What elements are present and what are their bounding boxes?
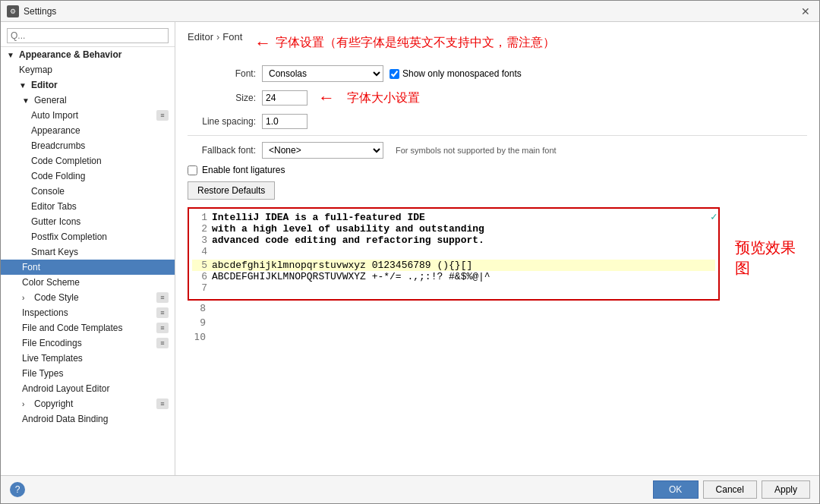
divider-1: [188, 135, 807, 136]
size-row: Size: ← 字体大小设置: [188, 88, 807, 108]
line-number: 3: [192, 235, 207, 246]
sidebar-item-font[interactable]: Font: [1, 260, 175, 275]
fallback-font-select[interactable]: <None>: [262, 142, 383, 159]
line-spacing-label: Line spacing:: [188, 116, 256, 127]
sidebar-item-label: Code Style: [34, 292, 79, 303]
preview-annotation-text: 预览效果图: [735, 238, 807, 279]
search-bar: [1, 25, 175, 47]
sidebar-item-inspections[interactable]: Inspections ≡: [1, 305, 175, 320]
expand-icon: ›: [22, 294, 31, 302]
size-annotation-text: 字体大小设置: [347, 90, 420, 106]
preview-line-2: 2 with a high level of usability and out…: [192, 223, 715, 235]
sidebar-item-file-encodings[interactable]: File Encodings ≡: [1, 335, 175, 351]
preview-box: ✓ 1 IntelliJ IDEA is a full-featured IDE…: [188, 207, 720, 301]
apply-button[interactable]: Apply: [762, 480, 810, 499]
extra-line-num-9: 9: [191, 317, 206, 328]
restore-defaults-button[interactable]: Restore Defaults: [188, 181, 275, 200]
sidebar-item-label: Smart Keys: [31, 247, 78, 257]
sidebar-item-label: Auto Import: [31, 110, 78, 121]
line-content: abcdefghijklmnopqrstuvwxyz 0123456789 ()…: [212, 260, 472, 271]
show-mono-checkbox[interactable]: [390, 69, 399, 79]
expand-icon: ▼: [22, 96, 31, 105]
breadcrumb-part2: Font: [222, 31, 242, 43]
sidebar-item-label: Editor: [31, 80, 58, 90]
preview-line-1: 1 IntelliJ IDEA is a full-featured IDE: [192, 212, 715, 223]
sidebar-item-smart-keys[interactable]: Smart Keys: [1, 244, 175, 260]
show-mono-checkbox-row: Show only monospaced fonts: [390, 68, 522, 79]
sidebar-item-general[interactable]: ▼ General: [1, 93, 175, 108]
show-mono-label: Show only monospaced fonts: [402, 68, 522, 79]
fallback-font-row: Fallback font: <None> For symbols not su…: [188, 142, 807, 159]
ok-button[interactable]: OK: [653, 480, 699, 499]
sidebar-item-android-data-binding[interactable]: Android Data Binding: [1, 411, 175, 427]
sidebar-item-label: Android Data Binding: [22, 414, 108, 424]
sidebar-item-label: Appearance & Behavior: [19, 49, 121, 60]
bottom-bar: ? OK Cancel Apply: [1, 475, 819, 503]
badge-icon: ≡: [156, 338, 169, 348]
sidebar-item-color-scheme[interactable]: Color Scheme: [1, 275, 175, 290]
sidebar-item-editor[interactable]: ▼ Editor: [1, 77, 175, 93]
sidebar-item-postfix-completion[interactable]: Postfix Completion: [1, 229, 175, 244]
font-select[interactable]: Consolas: [262, 65, 383, 82]
sidebar-item-breadcrumbs[interactable]: Breadcrumbs: [1, 138, 175, 153]
sidebar-item-label: Color Scheme: [22, 277, 80, 288]
preview-line-7: 7: [192, 282, 715, 296]
sidebar-item-label: Copyright: [34, 398, 73, 409]
search-input[interactable]: [7, 28, 169, 43]
sidebar-item-label: Inspections: [22, 307, 68, 318]
preview-line-4: 4: [192, 246, 715, 260]
line-number: 6: [192, 271, 207, 282]
help-button[interactable]: ?: [10, 482, 25, 497]
badge-icon: ≡: [156, 323, 169, 333]
sidebar-item-label: Console: [31, 186, 65, 197]
fallback-note: For symbols not supported by the main fo…: [396, 146, 557, 155]
preview-annotation: 预览效果图: [735, 207, 807, 279]
titlebar-left: ⚙ Settings: [7, 5, 56, 17]
font-row: Font: Consolas Show only monospaced font…: [188, 65, 807, 82]
sidebar-item-code-folding[interactable]: Code Folding: [1, 169, 175, 184]
close-button[interactable]: ✕: [798, 5, 813, 17]
breadcrumb-arrow: ›: [216, 31, 219, 43]
font-annotation-text: 字体设置（有些字体是纯英文不支持中文，需注意）: [276, 35, 555, 51]
sidebar-item-code-completion[interactable]: Code Completion: [1, 153, 175, 169]
sidebar-item-label: Android Layout Editor: [22, 383, 109, 394]
size-input[interactable]: [262, 90, 308, 106]
sidebar-item-console[interactable]: Console: [1, 184, 175, 199]
size-label: Size:: [188, 93, 256, 103]
sidebar-item-auto-import[interactable]: Auto Import ≡: [1, 108, 175, 123]
line-number: 5: [192, 260, 207, 271]
enable-ligatures-checkbox[interactable]: [188, 165, 197, 175]
sidebar-item-keymap[interactable]: Keymap: [1, 62, 175, 77]
sidebar-item-live-templates[interactable]: Live Templates: [1, 351, 175, 366]
badge-icon: ≡: [156, 307, 169, 318]
sidebar-item-label: File Encodings: [22, 338, 82, 348]
line-content: IntelliJ IDEA is a full-featured IDE: [212, 212, 425, 223]
extra-line-num-8: 8: [191, 302, 206, 313]
line-content: ABCDEFGHIJKLMNOPQRSTUVWXYZ +-*/= .,;:!? …: [212, 271, 490, 282]
badge-icon: ≡: [156, 110, 169, 121]
sidebar-item-label: File and Code Templates: [22, 323, 123, 333]
sidebar-item-file-types[interactable]: File Types: [1, 366, 175, 381]
sidebar-item-label: File Types: [22, 368, 63, 379]
sidebar-item-android-layout-editor[interactable]: Android Layout Editor: [1, 381, 175, 396]
sidebar-item-copyright[interactable]: › Copyright ≡: [1, 396, 175, 411]
sidebar-item-label: Keymap: [19, 65, 52, 75]
sidebar-item-code-style[interactable]: › Code Style ≡: [1, 290, 175, 305]
line-spacing-input[interactable]: [262, 114, 308, 129]
sidebar-item-label: Code Completion: [31, 156, 102, 166]
sidebar-item-appearance[interactable]: Appearance: [1, 123, 175, 138]
line-content: advanced code editing and refactoring su…: [212, 235, 484, 246]
preview-line-3: 3 advanced code editing and refactoring …: [192, 235, 715, 246]
sidebar-item-file-and-code-templates[interactable]: File and Code Templates ≡: [1, 320, 175, 335]
sidebar-item-gutter-icons[interactable]: Gutter Icons: [1, 214, 175, 229]
badge-icon: ≡: [156, 292, 169, 303]
cancel-button[interactable]: Cancel: [703, 480, 757, 499]
sidebar-item-label: Code Folding: [31, 171, 85, 181]
font-label: Font:: [188, 68, 256, 79]
enable-ligatures-label: Enable font ligatures: [202, 165, 285, 175]
sidebar-item-label: Gutter Icons: [31, 216, 80, 227]
sidebar-item-appearance-behavior[interactable]: ▼ Appearance & Behavior: [1, 47, 175, 62]
sidebar-item-editor-tabs[interactable]: Editor Tabs: [1, 199, 175, 214]
extra-lines: 8 9 10: [188, 301, 807, 344]
sidebar-item-label: Font: [22, 262, 40, 272]
